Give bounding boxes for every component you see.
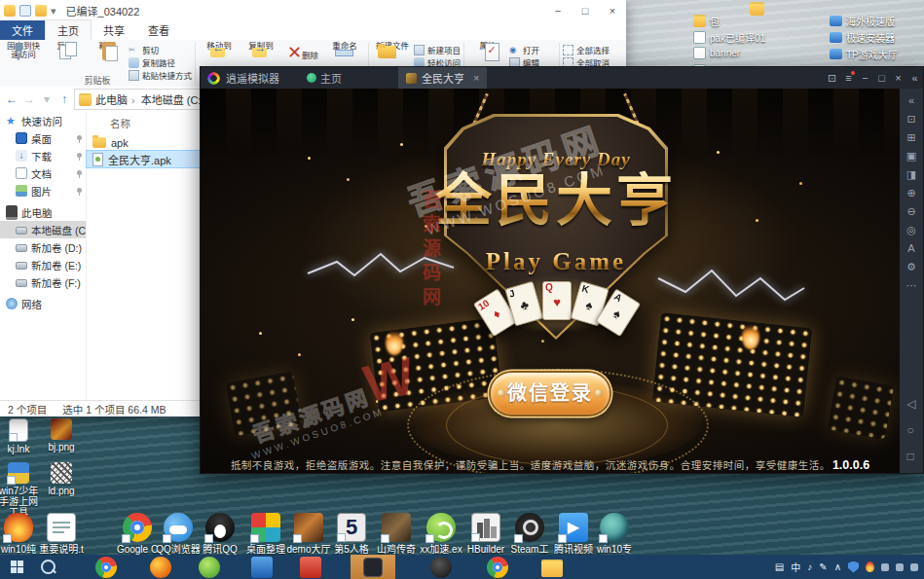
tab-view[interactable]: 查看 — [136, 20, 181, 40]
sidebar-item-pictures[interactable]: 图片 — [0, 182, 86, 199]
more-icon[interactable]: ⋯ — [906, 279, 917, 291]
sound-tray-icon[interactable]: ♪ — [807, 561, 812, 572]
minimize-button[interactable]: − — [544, 0, 572, 21]
desktop-icon[interactable]: HBuilder — [463, 513, 508, 555]
tray-expand-icon[interactable]: ∧ — [834, 561, 841, 572]
disk-icon — [16, 279, 27, 287]
forward-button[interactable]: → — [21, 92, 37, 106]
pen-tray-icon[interactable]: ✎ — [819, 561, 827, 572]
ime-indicator[interactable]: 中 — [791, 560, 800, 574]
location-icon[interactable]: ◎ — [906, 224, 916, 235]
sidebar-item-e-drive[interactable]: 新加卷 (E:) — [0, 256, 86, 273]
desktop-icon[interactable]: win7少年手游上网工具 — [0, 462, 41, 518]
taskbar-app-emulator-active[interactable] — [351, 555, 395, 579]
fullscreen-button[interactable]: ⊡ — [824, 72, 840, 85]
sidebar-item-this-pc[interactable]: 此电脑 — [0, 203, 86, 221]
sidebar-item-f-drive[interactable]: 新加卷 (F:) — [0, 273, 86, 291]
android-home-icon[interactable]: ○ — [906, 423, 915, 437]
android-back-icon[interactable]: ◁ — [906, 397, 915, 411]
menu-button[interactable]: ≡ — [840, 72, 857, 84]
taskbar-app-blue[interactable] — [243, 555, 280, 579]
sidebar-item-quick-access[interactable]: ★快速访问 — [0, 112, 86, 129]
settings-icon[interactable]: ⚙ — [906, 261, 916, 272]
collapse-toolbar-button[interactable]: « — [906, 72, 923, 84]
wechat-login-button[interactable]: 微信登录 — [491, 373, 610, 415]
close-button[interactable]: × — [890, 72, 906, 84]
android-recents-icon[interactable]: □ — [906, 450, 915, 463]
tab-file[interactable]: 文件 — [0, 20, 45, 40]
taskbar-app-explorer[interactable] — [534, 555, 571, 579]
keyboard-tray-icon[interactable]: ▤ — [775, 561, 784, 572]
search-button[interactable] — [33, 555, 62, 579]
explorer-titlebar[interactable]: ▾ 已编译_034022 − □ × — [0, 0, 626, 21]
sidebar-item-network[interactable]: 网络 — [0, 295, 86, 312]
tab-home[interactable]: 主页 — [307, 70, 342, 86]
close-button[interactable]: × — [599, 0, 626, 21]
taskbar-app-dark[interactable] — [423, 555, 460, 579]
tab-home[interactable]: 主页 — [45, 19, 92, 40]
sidebar-item-c-drive[interactable]: 本地磁盘 (C:) — [0, 221, 86, 238]
desktop-top-folder[interactable] — [750, 2, 764, 16]
tray-icon[interactable] — [896, 563, 904, 571]
taskbar-app-red[interactable] — [292, 555, 329, 579]
taskbar-app-browser[interactable] — [142, 555, 179, 579]
new-item-button[interactable]: 新建项目 — [414, 44, 461, 55]
tab-game[interactable]: 全民大亨 × — [398, 67, 487, 89]
open-button[interactable]: ◉打开 — [509, 44, 556, 55]
desktop-icon[interactable]: ld.png — [39, 462, 84, 496]
screenshot-icon[interactable]: ▣ — [906, 150, 916, 162]
sidebar-item-documents[interactable]: 文档 — [0, 164, 86, 182]
tab-close-icon[interactable]: × — [473, 72, 479, 84]
keyboard-icon[interactable]: A — [907, 242, 914, 254]
volume-up-icon[interactable]: ⊕ — [906, 187, 915, 199]
desktop-file-item[interactable]: 极速安装器 — [830, 30, 895, 45]
back-button[interactable]: ← — [4, 92, 19, 106]
flame-tray-icon[interactable] — [866, 561, 874, 572]
sidebar-item-downloads[interactable]: ↓下载 — [0, 147, 86, 164]
taskbar-app-chrome[interactable] — [88, 555, 125, 579]
cut-button[interactable]: ✂剪切 — [129, 44, 192, 55]
recent-locations-dropdown[interactable]: ▾ — [39, 92, 55, 106]
multiwindow-icon[interactable]: ⊞ — [906, 131, 915, 143]
record-icon[interactable]: ◨ — [906, 168, 916, 180]
copy-button[interactable]: 复制 — [45, 42, 86, 76]
desktop-file-item[interactable]: TP游戏大厅 — [830, 47, 898, 61]
security-shield-icon[interactable] — [848, 561, 859, 573]
tray-icon[interactable] — [910, 563, 918, 571]
desktop-icon[interactable]: kj.lnk — [0, 418, 41, 454]
desktop-icon[interactable]: demo大厅 — [286, 513, 331, 555]
breadcrumb-this-pc[interactable]: 此电脑 — [93, 91, 137, 107]
taskbar-app-green[interactable] — [191, 555, 228, 579]
copy-path-button[interactable]: 复制路径 — [129, 56, 192, 68]
desktop-icon[interactable]: 5第5人格 — [329, 513, 374, 555]
volume-down-icon[interactable]: ⊖ — [906, 205, 915, 217]
paste-button[interactable]: 粘贴 — [87, 42, 128, 76]
desktop-icon[interactable]: 腾讯QQ — [198, 513, 242, 555]
desktop-file-item[interactable]: pak已编译01 — [693, 30, 765, 45]
tray-icon[interactable] — [881, 563, 889, 571]
select-all-button[interactable]: 全部选择 — [563, 44, 610, 55]
maximize-button[interactable]: □ — [873, 72, 890, 84]
quick-access-toolbar-icon[interactable] — [19, 5, 31, 17]
pin-to-quick-access-button[interactable]: 固定到快速访问 — [3, 42, 44, 76]
customize-toolbar-dropdown[interactable]: ▾ — [51, 5, 56, 18]
up-button[interactable]: ↑ — [56, 92, 72, 106]
desktop-file-item[interactable]: 海外极速版 — [830, 14, 895, 28]
desktop-icon[interactable]: ▶腾讯视频 — [551, 513, 596, 555]
taskbar-app-colorful[interactable] — [479, 555, 516, 579]
fullscreen-icon[interactable]: ⊡ — [906, 113, 915, 125]
collapse-icon[interactable]: « — [908, 94, 914, 106]
start-button[interactable] — [0, 555, 33, 579]
minimize-button[interactable]: − — [857, 72, 873, 84]
desktop-icon[interactable]: bj.png — [39, 418, 84, 452]
desktop-file-item[interactable]: banner — [693, 47, 740, 59]
sidebar-item-desktop[interactable]: 桌面 — [0, 129, 86, 147]
tab-share[interactable]: 共享 — [92, 20, 136, 40]
maximize-button[interactable]: □ — [572, 0, 599, 21]
desktop-file-item[interactable]: 包 — [693, 14, 720, 28]
folder-icon — [79, 93, 92, 106]
quick-access-toolbar-icon[interactable] — [35, 5, 47, 17]
desktop-icon[interactable]: QQ浏览器 — [156, 513, 201, 555]
sidebar-item-d-drive[interactable]: 新加卷 (D:) — [0, 238, 86, 256]
emulator-titlebar[interactable]: 逍遥模拟器 主页 全民大亨 × ⊡ ≡ − □ × « — [201, 67, 923, 89]
